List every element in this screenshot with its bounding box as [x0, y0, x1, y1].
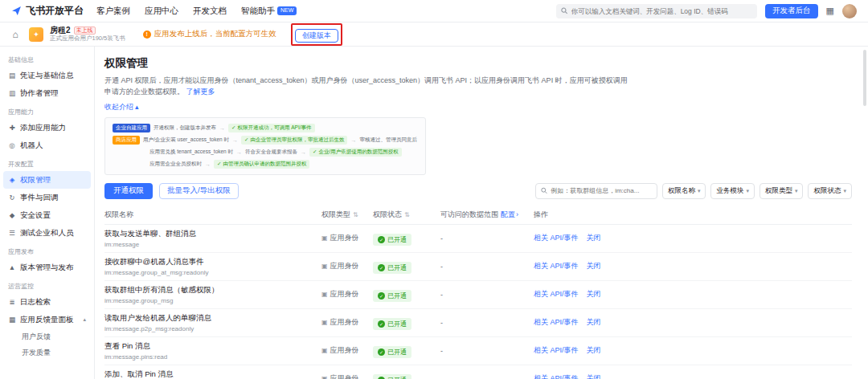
- import-export-button[interactable]: 批量导入/导出权限: [159, 183, 239, 199]
- close-permission-link[interactable]: 关闭: [587, 373, 601, 379]
- sidebar-item-credentials[interactable]: ▤ 凭证与基础信息: [3, 67, 91, 84]
- caret-up-icon: ▴: [135, 103, 139, 111]
- app-identity-icon: ▣: [321, 319, 328, 326]
- related-api-link[interactable]: 相关 API/事件: [534, 261, 579, 271]
- app-identity-icon: ▣: [321, 263, 328, 270]
- nav-item-cases[interactable]: 客户案例: [96, 6, 130, 17]
- sidebar-item-add-capability[interactable]: ✚ 添加应用能力: [3, 119, 91, 137]
- permission-name: 添加、取消 Pin 消息: [104, 369, 321, 379]
- col-actions: 操作: [534, 210, 852, 220]
- filter-business-module[interactable]: 业务模块▾: [710, 183, 755, 199]
- status-badge: ✓已开通: [373, 318, 411, 330]
- global-search-input[interactable]: [571, 7, 752, 15]
- related-api-link[interactable]: 相关 API/事件: [534, 317, 579, 328]
- diagram-step: 审核通过、管理员同意后: [359, 137, 417, 144]
- brand[interactable]: 飞书开放平台: [11, 4, 84, 18]
- permission-name: 读取用户发给机器人的单聊消息: [104, 313, 321, 324]
- table-row: 添加、取消 Pin 消息im:message.pins:write_only ▣…: [104, 365, 852, 379]
- data-scope-value: -: [440, 263, 534, 271]
- avatar[interactable]: [842, 4, 857, 18]
- sidebar-item-label: 开发质量: [22, 348, 51, 358]
- sidebar-section-monitor: 运营监控: [0, 276, 94, 293]
- filter-permission-name[interactable]: 权限名称▾: [662, 183, 706, 199]
- page-title: 权限管理: [104, 56, 852, 71]
- global-search[interactable]: [556, 4, 757, 18]
- related-api-link[interactable]: 相关 API/事件: [534, 345, 579, 356]
- permission-search-input[interactable]: [551, 187, 652, 194]
- close-permission-link[interactable]: 关闭: [587, 345, 601, 356]
- table-row: 获取群组中所有消息（敏感权限）im:message.group_msg ▣应用身…: [104, 281, 852, 309]
- arrow-icon: →: [205, 161, 211, 167]
- sidebar-item-version-release[interactable]: ▲ 版本管理与发布: [3, 259, 91, 276]
- sort-icon[interactable]: ⇅: [353, 211, 358, 218]
- nav-item-assistant[interactable]: 智能助手 NEW: [241, 6, 297, 17]
- sidebar-item-feedback-panel[interactable]: ▦ 应用反馈量面板 ▴: [3, 311, 91, 328]
- nav-items: 客户案例 应用中心 开发文档 智能助手 NEW: [96, 6, 297, 17]
- sidebar-item-label: 协作者管理: [20, 88, 59, 99]
- close-permission-link[interactable]: 关闭: [587, 289, 601, 300]
- publish-warning-text: 应用发布上线后，当前配置方可生效: [154, 29, 276, 39]
- sort-icon[interactable]: ⇅: [404, 211, 410, 218]
- arrow-icon: →: [350, 137, 356, 143]
- sidebar-item-label: 版本管理与发布: [20, 263, 74, 273]
- diagram-step: 用户/企业安装 user_access_token 时: [143, 137, 229, 144]
- col-permission-status[interactable]: 权限状态⇅: [373, 210, 440, 220]
- close-permission-link[interactable]: 关闭: [587, 317, 601, 328]
- diagram-step: 开通权限，创建版本并发布: [154, 124, 216, 132]
- configure-scope-link[interactable]: 配置›: [501, 210, 518, 220]
- sidebar-section-basic: 基础信息: [0, 50, 94, 67]
- app-icon[interactable]: ✦: [29, 27, 43, 42]
- collaborator-icon: ▥: [8, 89, 16, 97]
- data-scope-value: -: [440, 347, 534, 355]
- close-permission-link[interactable]: 关闭: [587, 233, 601, 243]
- related-api-link[interactable]: 相关 API/事件: [534, 289, 579, 300]
- sidebar-item-collaborators[interactable]: ▥ 协作者管理: [3, 84, 91, 102]
- create-version-button[interactable]: 创建版本: [295, 29, 338, 43]
- store-app-badge: 商店应用: [113, 136, 140, 145]
- app-meta[interactable]: 房租2 未上线 正式应用会用户190/5装飞书: [50, 26, 125, 42]
- add-capability-icon: ✚: [8, 124, 16, 132]
- credential-icon: ▤: [8, 71, 16, 79]
- sidebar-section-release: 应用发布: [0, 242, 94, 259]
- sidebar-item-test-org[interactable]: ☰ 测试企业和人员: [3, 224, 91, 242]
- related-api-link[interactable]: 相关 API/事件: [534, 373, 579, 379]
- sidebar-item-dev-quality[interactable]: 开发质量: [0, 344, 94, 361]
- sidebar-item-events[interactable]: ↻ 事件与回调: [3, 189, 91, 206]
- table-row: 查看 Pin 消息im:message.pins:read ▣应用身份 ✓已开通…: [104, 337, 852, 365]
- sidebar-item-permissions[interactable]: ◈ 权限管理: [3, 171, 91, 189]
- home-icon[interactable]: ⌂: [8, 29, 23, 40]
- close-permission-link[interactable]: 关闭: [587, 261, 601, 271]
- arrow-icon: →: [301, 149, 306, 155]
- diagram-step: 符合安全合规要求报备: [245, 149, 297, 156]
- filter-permission-status[interactable]: 权限状态▾: [808, 183, 852, 199]
- permission-search[interactable]: [535, 183, 657, 199]
- sidebar-item-user-feedback[interactable]: 用户反馈: [0, 328, 94, 344]
- sidebar-item-log-search[interactable]: ≣ 日志检索: [3, 293, 91, 311]
- check-icon: ✓: [378, 320, 385, 328]
- related-api-link[interactable]: 相关 API/事件: [534, 233, 579, 243]
- filter-permission-type[interactable]: 权限类型▾: [760, 183, 804, 199]
- col-permission-type[interactable]: 权限类型⇅: [321, 210, 373, 220]
- nav-item-docs[interactable]: 开发文档: [193, 6, 227, 17]
- developer-console-button[interactable]: 开发者后台: [765, 4, 818, 18]
- nav-item-app-center[interactable]: 应用中心: [145, 6, 178, 17]
- warning-icon: !: [143, 31, 151, 39]
- sidebar-item-bot[interactable]: ◎ 机器人: [3, 137, 91, 154]
- diagram-step: 应用需兑换 tenant_access_token 时: [149, 149, 233, 156]
- sidebar-item-security[interactable]: ◆ 安全设置: [3, 206, 91, 224]
- data-scope-value: -: [440, 375, 534, 379]
- diagram-row: 应用需企业全员授权时 → ✓由管理员确认申请的数据范围并授权: [113, 160, 418, 169]
- scrollbar[interactable]: [863, 50, 866, 106]
- collapse-intro-link[interactable]: 收起介绍▴: [104, 102, 139, 112]
- learn-more-link[interactable]: 了解更多: [186, 88, 215, 96]
- data-scope-value: -: [440, 234, 534, 242]
- apps-grid-icon[interactable]: ▦: [826, 6, 834, 16]
- open-permission-button[interactable]: 开通权限: [104, 183, 153, 199]
- publish-warning: ! 应用发布上线后，当前配置方可生效: [143, 29, 276, 39]
- permission-name: 接收群聊中@机器人消息事件: [104, 257, 321, 267]
- dashboard-icon: ▦: [8, 316, 16, 324]
- table-row: 接收群聊中@机器人消息事件im:message.group_at_msg:rea…: [104, 253, 852, 281]
- test-icon: ☰: [8, 229, 16, 237]
- sidebar-item-label: 应用反馈量面板: [20, 315, 74, 325]
- permission-scope: im:message.pins:read: [104, 353, 321, 361]
